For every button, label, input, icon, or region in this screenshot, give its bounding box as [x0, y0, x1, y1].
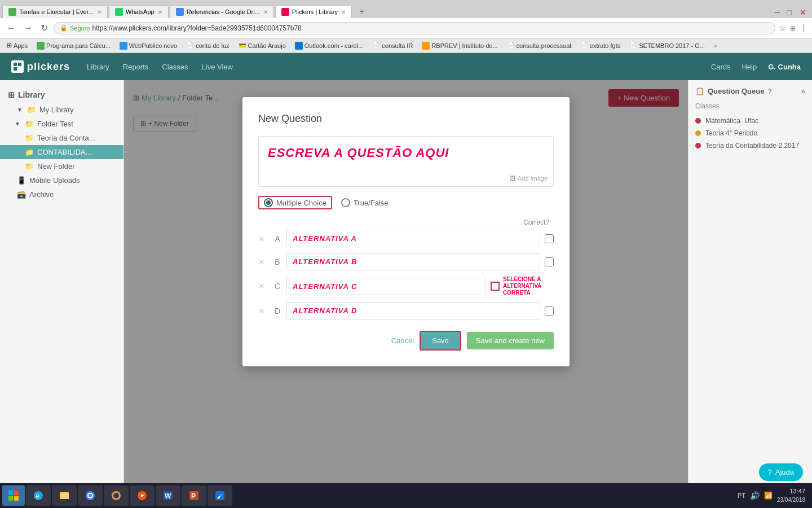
extension-icon[interactable]: ⊕ — [789, 24, 796, 33]
taskbar-powerpoint[interactable]: P — [182, 485, 206, 506]
taskbar-firefox[interactable] — [104, 485, 129, 506]
doc4-icon: 📄 — [580, 42, 588, 49]
add-image-label: Add Image — [518, 175, 548, 182]
nav-cards[interactable]: Cards — [711, 63, 731, 71]
class-item-3[interactable]: Teoria da Contabilidade 2.2017 — [695, 139, 805, 152]
bookmark-6[interactable]: 📄 consulta IR — [370, 41, 415, 50]
remove-a-icon[interactable]: ✕ — [258, 234, 268, 243]
card-icon: 💳 — [239, 42, 246, 49]
back-button[interactable]: ← — [5, 22, 18, 34]
sidebar-item-mylibrary[interactable]: ▼ 📁 My Library — [0, 103, 123, 117]
multiple-choice-option[interactable]: Multiple Choice — [258, 196, 332, 209]
remove-c-icon[interactable]: ✕ — [258, 282, 268, 291]
bookmark-apps[interactable]: ⊞ Apps — [5, 41, 30, 50]
bookmark-star-icon[interactable]: ☆ — [779, 24, 786, 33]
letter-d: D — [273, 306, 282, 316]
close-panel-icon[interactable]: » — [801, 87, 805, 95]
sidebar-item-contabilidade[interactable]: 📁 CONTABILIDA... — [0, 145, 123, 159]
radio-outer-tf — [341, 198, 350, 207]
sidebar-item-archive[interactable]: 🗃️ Archive — [0, 187, 123, 202]
svg-rect-4 — [14, 491, 19, 495]
remove-d-icon[interactable]: ✕ — [258, 306, 268, 316]
save-new-button[interactable]: Save and create new — [467, 332, 554, 349]
sidebar-item-teoria[interactable]: 📁 Teoria da Conta... — [0, 131, 123, 145]
taskbar-paint[interactable]: 🖌 — [208, 485, 232, 506]
remove-b-icon[interactable]: ✕ — [258, 257, 268, 266]
bookmark-5[interactable]: Outlook.com - carol... — [293, 41, 366, 50]
tab-close-4[interactable]: ✕ — [341, 9, 346, 15]
sidebar-label-teoria: Teoria da Conta... — [37, 134, 95, 142]
taskbar-ie[interactable]: e — [26, 485, 51, 506]
sidebar-item-mobile[interactable]: 📱 Mobile Uploads — [0, 173, 123, 187]
answer-input-a[interactable] — [286, 230, 540, 247]
modal-overlay: New Question ESCREVA A QUESTÃO AQUI 🖼 Ad… — [124, 80, 688, 508]
apps-label: Apps — [14, 42, 28, 49]
browser-tab-4[interactable]: Plickers | Library ✕ — [275, 5, 352, 18]
bookmark-9[interactable]: 📄 extrato fgts — [578, 41, 623, 50]
bookmark-bar: ⊞ Apps Programa para Cálcu... WebPublico… — [0, 38, 812, 53]
svg-rect-1 — [18, 63, 21, 66]
nav-classes[interactable]: Classes — [162, 63, 188, 71]
bookmark-8[interactable]: 📄 consulta processual — [505, 41, 573, 50]
taskbar-media[interactable] — [130, 485, 155, 506]
answer-row-d: ✕ D — [258, 302, 554, 319]
add-image-hint[interactable]: 🖼 Add Image — [510, 175, 548, 182]
browser-addressbar: ← → ↻ 🔒 Seguro https://www.plickers.com/… — [0, 18, 812, 38]
nav-user[interactable]: G. Cunha — [768, 63, 801, 71]
browser-tab-2[interactable]: WhatsApp ✕ — [109, 5, 169, 18]
bookmark-7[interactable]: RBPREV | Instituto de... — [420, 41, 500, 50]
true-false-option[interactable]: True/False — [341, 198, 389, 207]
menu-icon[interactable]: ⋮ — [800, 24, 807, 33]
content-area: ⊞ My Library / Folder Te... + New Questi… — [124, 80, 688, 508]
save-button[interactable]: Save — [420, 331, 461, 351]
tab-label-3: Referencias - Google Dri... — [187, 8, 260, 15]
sidebar-item-foldertest[interactable]: ▼ 📁 Folder Test — [0, 117, 123, 131]
folder-icon-3: 📁 — [25, 134, 34, 142]
nav-library[interactable]: Library — [87, 63, 109, 71]
speaker-icon: 🔊 — [750, 491, 760, 500]
browser-tab-1[interactable]: Tarefas e Executar | Ever... ✕ — [2, 5, 108, 18]
refresh-button[interactable]: ↻ — [38, 21, 50, 34]
nav-reports[interactable]: Reports — [123, 63, 149, 71]
address-bar[interactable]: 🔒 Seguro https://www.plickers.com/librar… — [54, 22, 775, 34]
bookmark-2[interactable]: WebPublico novo — [117, 41, 179, 50]
tab-close-2[interactable]: ✕ — [158, 9, 162, 15]
more-bookmarks-icon[interactable]: » — [714, 42, 717, 49]
question-text-area[interactable]: ESCREVA A QUESTÃO AQUI 🖼 Add Image — [258, 136, 554, 187]
ajuda-button[interactable]: ? Ajuda — [759, 463, 803, 481]
sidebar-label-contabilidade: CONTABILIDA... — [37, 148, 92, 156]
minimize-button[interactable]: ─ — [773, 7, 783, 18]
new-tab-button[interactable]: + — [355, 5, 369, 18]
class-item-2[interactable]: Teoria 4° Periodo — [695, 127, 805, 139]
answer-input-d[interactable] — [286, 302, 540, 319]
bookmark-10[interactable]: 📄 SETEMBRO 2017 - G... — [627, 41, 707, 50]
answer-input-c[interactable] — [286, 278, 486, 295]
forward-button[interactable]: → — [21, 22, 35, 34]
tab-label-1: Tarefas e Executar | Ever... — [19, 8, 94, 15]
nav-help[interactable]: Help — [742, 63, 757, 71]
correct-checkbox-c-annotated[interactable] — [491, 282, 500, 291]
sidebar-item-newfolder[interactable]: 📁 New Folder — [0, 159, 123, 173]
tab-close-3[interactable]: ✕ — [263, 9, 268, 15]
correct-checkbox-a[interactable] — [545, 234, 554, 243]
close-browser-button[interactable]: ✕ — [796, 7, 810, 18]
taskbar-word[interactable]: W — [156, 485, 180, 506]
letter-a: A — [273, 234, 282, 243]
taskbar-chrome[interactable] — [78, 485, 103, 506]
nav-liveview[interactable]: Live View — [202, 63, 233, 71]
correct-checkbox-b[interactable] — [545, 257, 554, 266]
start-button[interactable] — [2, 485, 25, 506]
bookmark-1[interactable]: Programa para Cálcu... — [34, 41, 113, 50]
sidebar-label-mylibrary: My Library — [39, 106, 74, 114]
bookmark-3[interactable]: 📄 conta de luz — [184, 41, 231, 50]
taskbar-explorer[interactable] — [52, 485, 77, 506]
queue-help-icon[interactable]: ? — [767, 87, 771, 95]
browser-tab-3[interactable]: Referencias - Google Dri... ✕ — [170, 5, 274, 18]
maximize-button[interactable]: □ — [785, 7, 794, 18]
answer-input-b[interactable] — [286, 253, 540, 270]
bookmark-4[interactable]: 💳 Cartão Araujo — [236, 41, 288, 50]
tab-close-1[interactable]: ✕ — [97, 9, 102, 15]
cancel-button[interactable]: Cancel — [391, 336, 414, 345]
correct-checkbox-d[interactable] — [545, 306, 554, 316]
class-item-1[interactable]: Matemática- Ufac — [695, 115, 805, 127]
